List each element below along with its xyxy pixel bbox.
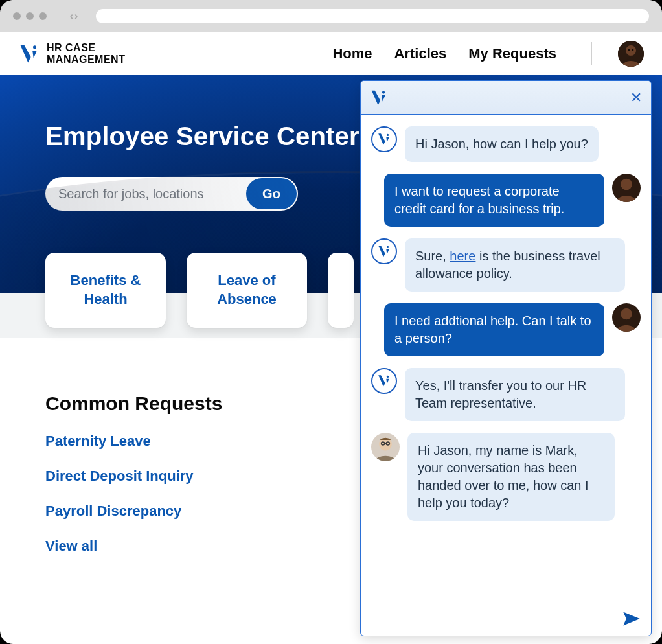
chat-message: I want to request a corporate credit car…	[384, 174, 604, 227]
chat-text-input[interactable]	[369, 612, 613, 625]
app-title-line2: MANAGEMENT	[47, 54, 125, 65]
svg-point-8	[621, 179, 632, 190]
svg-point-12	[387, 376, 389, 378]
chat-row-user: I want to request a corporate credit car…	[371, 174, 641, 227]
nav-divider	[591, 42, 592, 65]
app-title-line1: HR CASE	[47, 42, 125, 54]
request-payroll-discrepancy[interactable]: Payroll Discrepancy	[45, 503, 181, 519]
chat-send-button[interactable]	[620, 608, 643, 629]
window-dot	[39, 12, 47, 20]
card-benefits-health[interactable]: Benefits & Health	[45, 253, 166, 328]
chat-row-user: I need addtional help. Can I talk to a p…	[371, 303, 641, 356]
svg-point-11	[621, 308, 632, 320]
chat-logo-icon	[370, 89, 388, 107]
svg-point-9	[387, 246, 389, 248]
card-partially-hidden[interactable]	[328, 253, 354, 328]
browser-chrome: ‹›	[0, 0, 662, 32]
user-avatar-icon	[612, 303, 641, 332]
chat-message: Hi Jason, how can I help you?	[405, 126, 599, 162]
svg-point-0	[33, 45, 36, 49]
nav-arrows-icon: ‹›	[61, 8, 87, 24]
chat-message: Hi Jason, my name is Mark, your conversa…	[407, 433, 615, 521]
chat-row-bot: Sure, here is the business travel allowa…	[371, 238, 641, 292]
bot-avatar-icon	[371, 126, 397, 152]
search-row: Go	[45, 177, 298, 211]
logo-icon	[18, 43, 40, 65]
chat-input-row	[361, 601, 651, 636]
user-avatar-icon	[612, 174, 641, 202]
send-icon	[622, 611, 641, 627]
category-cards: Benefits & Health Leave of Absence	[45, 253, 354, 328]
app-logo: HR CASE MANAGEMENT	[18, 42, 125, 65]
chat-row-bot: Hi Jason, how can I help you?	[371, 126, 641, 162]
bot-avatar-icon	[371, 368, 397, 394]
chat-text: Sure,	[415, 249, 450, 263]
chat-panel: ✕ Hi Jason, how can I help you? I want t…	[360, 80, 652, 636]
request-paternity-leave[interactable]: Paternity Leave	[45, 433, 151, 449]
window-controls	[13, 12, 47, 20]
chat-row-agent: Hi Jason, my name is Mark, your conversa…	[371, 433, 641, 521]
chat-body: Hi Jason, how can I help you? I want to …	[361, 115, 651, 601]
search-go-button[interactable]: Go	[246, 178, 297, 209]
chat-close-button[interactable]: ✕	[630, 91, 642, 105]
chat-header: ✕	[361, 81, 651, 115]
card-leave-of-absence[interactable]: Leave of Absence	[187, 253, 307, 328]
card-label: Leave of Absence	[198, 271, 295, 308]
svg-point-6	[387, 134, 389, 136]
app-header: HR CASE MANAGEMENT Home Articles My Requ…	[0, 32, 662, 75]
card-label: Benefits & Health	[57, 271, 154, 308]
request-view-all[interactable]: View all	[45, 538, 97, 554]
url-bar[interactable]	[96, 9, 649, 23]
svg-point-3	[628, 49, 630, 51]
window-dot	[26, 12, 34, 20]
window-dot	[13, 12, 21, 20]
svg-point-5	[382, 91, 385, 93]
svg-point-2	[626, 45, 636, 56]
nav-articles[interactable]: Articles	[394, 45, 447, 62]
chat-policy-link[interactable]: here	[450, 249, 475, 263]
close-icon: ✕	[630, 89, 642, 106]
agent-avatar-icon	[371, 433, 400, 461]
bot-avatar-icon	[371, 238, 397, 264]
search-input[interactable]	[45, 187, 245, 201]
chat-message: I need addtional help. Can I talk to a p…	[384, 303, 604, 356]
chat-message: Yes, I'll transfer you to our HR Team re…	[405, 368, 625, 421]
user-avatar[interactable]	[618, 41, 644, 67]
chat-message: Sure, here is the business travel allowa…	[405, 238, 625, 292]
chat-row-bot: Yes, I'll transfer you to our HR Team re…	[371, 368, 641, 421]
svg-point-4	[632, 49, 634, 51]
primary-nav: Home Articles My Requests	[332, 41, 644, 67]
nav-home[interactable]: Home	[332, 45, 372, 62]
request-direct-deposit[interactable]: Direct Deposit Inquiry	[45, 468, 194, 484]
nav-my-requests[interactable]: My Requests	[468, 45, 556, 62]
